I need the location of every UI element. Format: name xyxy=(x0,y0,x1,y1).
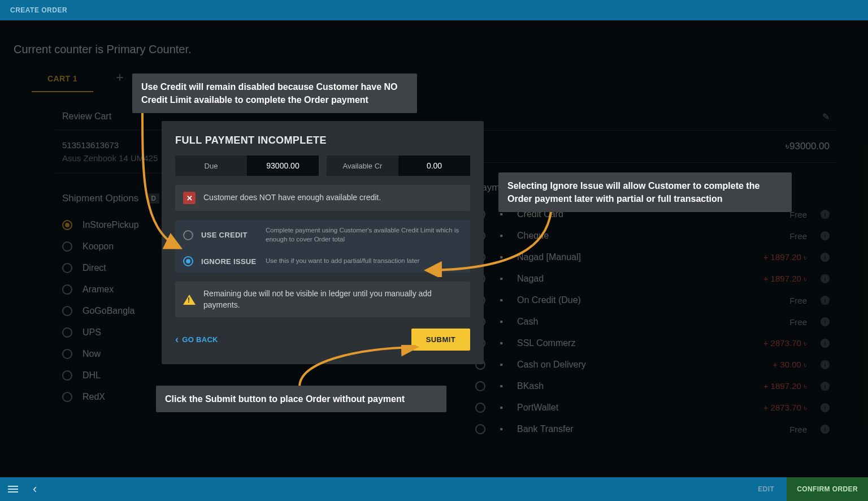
chevron-left-icon[interactable]: ‹ xyxy=(33,482,37,496)
modal-actions: ‹ GO BACK SUBMIT xyxy=(175,326,470,351)
use-credit-desc: Complete payment using Customer's availa… xyxy=(266,226,462,244)
due-field: Due 93000.00 xyxy=(175,156,319,176)
error-icon: ✕ xyxy=(183,192,196,204)
modal-fields: Due 93000.00 Available Cr 0.00 xyxy=(175,156,470,176)
chevron-left-icon: ‹ xyxy=(175,334,179,345)
callout-submit: Click the Submit button to place Order w… xyxy=(156,386,446,412)
radio-ignore-issue-icon xyxy=(183,256,193,266)
use-credit-label: USE CREDIT xyxy=(201,231,258,239)
bottombar-right: EDIT CONFIRM ORDER xyxy=(745,477,868,501)
warning-icon xyxy=(183,295,196,305)
edit-button[interactable]: EDIT xyxy=(745,477,787,501)
topbar-title: CREATE ORDER xyxy=(10,6,67,14)
bottombar-left: ‹ xyxy=(8,482,37,496)
bottombar: ‹ EDIT CONFIRM ORDER xyxy=(0,477,868,501)
credit-value: 0.00 xyxy=(398,156,470,176)
go-back-button[interactable]: ‹ GO BACK xyxy=(175,334,218,345)
credit-label: Available Cr xyxy=(327,156,398,176)
payment-incomplete-modal: FULL PAYMENT INCOMPLETE Due 93000.00 Ava… xyxy=(162,121,484,364)
ignore-issue-label: IGNORE ISSUE xyxy=(201,257,258,266)
due-value: 93000.00 xyxy=(247,156,319,176)
error-alert: ✕ Customer does NOT have enough availabl… xyxy=(175,185,470,211)
confirm-order-button[interactable]: CONFIRM ORDER xyxy=(787,477,868,501)
modal-title: FULL PAYMENT INCOMPLETE xyxy=(175,135,470,146)
due-label: Due xyxy=(175,156,247,176)
choice-use-credit[interactable]: USE CREDIT Complete payment using Custom… xyxy=(175,220,470,250)
go-back-label: GO BACK xyxy=(182,335,218,344)
warning-text: Remaining due will not be visible in led… xyxy=(203,288,462,310)
choice-box: USE CREDIT Complete payment using Custom… xyxy=(175,220,470,273)
callout-use-credit: Use Credit will remain disabled because … xyxy=(132,74,417,113)
credit-field: Available Cr 0.00 xyxy=(327,156,470,176)
error-text: Customer does NOT have enough available … xyxy=(203,192,381,204)
ignore-issue-desc: Use this if you want to add partial/full… xyxy=(266,257,419,266)
topbar: CREATE ORDER xyxy=(0,0,868,20)
warning-alert: Remaining due will not be visible in led… xyxy=(175,282,470,317)
radio-use-credit-icon xyxy=(183,230,193,240)
hamburger-icon[interactable] xyxy=(8,486,18,493)
submit-button[interactable]: SUBMIT xyxy=(411,329,470,351)
callout-ignore-issue: Selecting Ignore Issue will allow Custom… xyxy=(498,172,792,212)
choice-ignore-issue[interactable]: IGNORE ISSUE Use this if you want to add… xyxy=(175,250,470,273)
